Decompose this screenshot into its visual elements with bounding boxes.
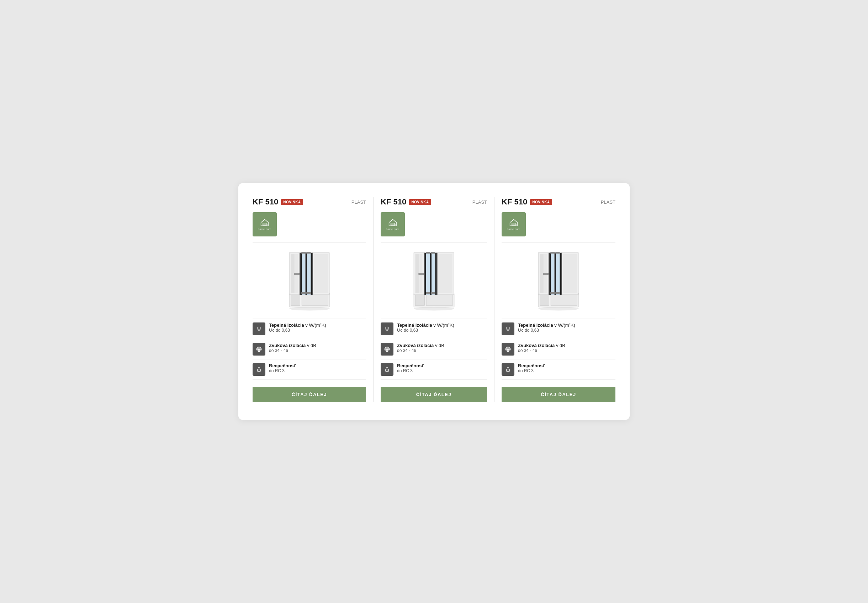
home-pure-icon <box>259 218 270 227</box>
svg-rect-56 <box>418 273 424 274</box>
home-pure-logo: home pure <box>502 212 526 237</box>
logo-area: home pure <box>253 212 366 243</box>
spec-title: Zvuková izolácia v dB <box>397 343 444 348</box>
svg-rect-39 <box>426 294 453 305</box>
spec-icon-sound <box>502 343 515 356</box>
svg-rect-10 <box>305 252 307 294</box>
svg-point-57 <box>414 307 454 311</box>
novinka-badge: NOVINKA <box>530 199 552 205</box>
novinka-badge: NOVINKA <box>409 199 431 205</box>
svg-rect-86 <box>550 292 555 293</box>
spec-title: Zvuková izolácia v dB <box>518 343 565 348</box>
svg-rect-45 <box>430 252 431 294</box>
spec-item-0: Tepelná izolácia v W/(m²K) Uᴄ do 0,63 <box>381 319 487 339</box>
svg-rect-18 <box>306 292 310 293</box>
svg-rect-80 <box>555 252 556 294</box>
logo-text: home pure <box>258 228 271 231</box>
spec-item-1: Zvuková izolácia v dB do 34 - 46 <box>381 339 487 359</box>
cta-button[interactable]: ČÍTAJ ĎALEJ <box>253 387 366 402</box>
spec-icon-sound <box>381 343 394 356</box>
product-title: KF 510 <box>253 197 278 207</box>
spec-text: Becpečnosť do RC 3 <box>269 363 296 373</box>
product-col-1: KF 510 NOVINKA PLAST home pure <box>253 197 374 402</box>
logo-area: home pure <box>381 212 487 243</box>
svg-rect-73 <box>540 294 549 305</box>
spec-text: Becpečnosť do RC 3 <box>518 363 545 373</box>
spec-item-1: Zvuková izolácia v dB do 34 - 46 <box>502 339 615 359</box>
material-label: PLAST <box>473 199 487 205</box>
spec-item-2: Becpečnosť do RC 3 <box>381 359 487 380</box>
home-pure-icon <box>388 218 398 227</box>
svg-rect-89 <box>549 252 550 294</box>
svg-rect-49 <box>438 254 452 293</box>
spec-item-1: Zvuková izolácia v dB do 34 - 46 <box>253 339 366 359</box>
svg-rect-3 <box>291 294 300 305</box>
cta-button[interactable]: ČÍTAJ ĎALEJ <box>381 387 487 402</box>
svg-rect-46 <box>431 252 436 294</box>
material-label: PLAST <box>352 199 366 205</box>
svg-rect-44 <box>426 252 430 294</box>
svg-point-25 <box>259 329 259 330</box>
svg-rect-85 <box>550 252 555 254</box>
spec-icon-thermal <box>253 323 265 335</box>
spec-item-2: Becpečnosť do RC 3 <box>253 359 366 380</box>
window-image-area <box>253 247 366 314</box>
svg-rect-19 <box>299 252 301 294</box>
specs-list: Tepelná izolácia v W/(m²K) Uᴄ do 0,63 <box>381 319 487 380</box>
svg-rect-15 <box>301 252 305 254</box>
svg-rect-87 <box>555 252 560 254</box>
spec-title: Becpečnosť <box>397 363 424 368</box>
spec-text: Tepelná izolácia v W/(m²K) Uᴄ do 0,63 <box>269 323 326 333</box>
svg-point-22 <box>289 307 330 311</box>
home-pure-icon <box>508 218 519 227</box>
svg-rect-50 <box>426 252 430 254</box>
svg-rect-1 <box>262 224 268 226</box>
product-header: KF 510 NOVINKA PLAST <box>381 197 487 207</box>
spec-value: Uᴄ do 0,63 <box>397 328 454 333</box>
main-card: KF 510 NOVINKA PLAST home pure <box>238 183 630 420</box>
svg-rect-84 <box>563 254 577 293</box>
window-image-area <box>381 247 487 314</box>
svg-point-95 <box>508 329 508 330</box>
svg-rect-16 <box>301 292 305 293</box>
svg-rect-52 <box>431 252 435 254</box>
spec-title: Tepelná izolácia v W/(m²K) <box>397 323 454 328</box>
svg-rect-55 <box>437 252 437 294</box>
product-header: KF 510 NOVINKA PLAST <box>253 197 366 207</box>
product-title: KF 510 <box>381 197 406 207</box>
svg-rect-88 <box>555 292 560 293</box>
spec-icon-security <box>502 363 515 376</box>
spec-item-0: Tepelná izolácia v W/(m²K) Uᴄ do 0,63 <box>502 319 615 339</box>
spec-title: Becpečnosť <box>518 363 545 368</box>
spec-text: Becpečnosť do RC 3 <box>397 363 424 373</box>
svg-rect-81 <box>556 252 560 294</box>
svg-rect-36 <box>390 224 395 226</box>
spec-text: Tepelná izolácia v W/(m²K) Uᴄ do 0,63 <box>397 323 454 333</box>
svg-rect-74 <box>551 294 577 305</box>
svg-rect-91 <box>543 273 549 274</box>
spec-item-0: Tepelná izolácia v W/(m²K) Uᴄ do 0,63 <box>253 319 366 339</box>
spec-value: do RC 3 <box>518 368 545 373</box>
home-pure-logo: home pure <box>381 212 405 237</box>
svg-rect-90 <box>561 252 562 294</box>
home-pure-logo: home pure <box>253 212 277 237</box>
cta-button[interactable]: ČÍTAJ ĎALEJ <box>502 387 615 402</box>
logo-text: home pure <box>507 228 521 231</box>
spec-value: do 34 - 46 <box>269 348 316 353</box>
specs-list: Tepelná izolácia v W/(m²K) Uᴄ do 0,63 <box>502 319 615 380</box>
products-grid: KF 510 NOVINKA PLAST home pure <box>253 197 615 402</box>
svg-point-60 <box>387 329 388 330</box>
spec-value: do RC 3 <box>397 368 424 373</box>
spec-title: Tepelná izolácia v W/(m²K) <box>269 323 326 328</box>
product-title: KF 510 <box>502 197 527 207</box>
svg-point-92 <box>538 307 579 311</box>
logo-area: home pure <box>502 212 615 243</box>
product-title-group: KF 510 NOVINKA <box>502 197 552 207</box>
spec-text: Zvuková izolácia v dB do 34 - 46 <box>518 343 565 353</box>
spec-item-2: Becpečnosť do RC 3 <box>502 359 615 380</box>
svg-rect-17 <box>306 252 310 254</box>
spec-value: do 34 - 46 <box>397 348 444 353</box>
svg-rect-4 <box>302 294 328 305</box>
spec-icon-thermal <box>502 323 515 335</box>
svg-rect-51 <box>426 292 430 293</box>
